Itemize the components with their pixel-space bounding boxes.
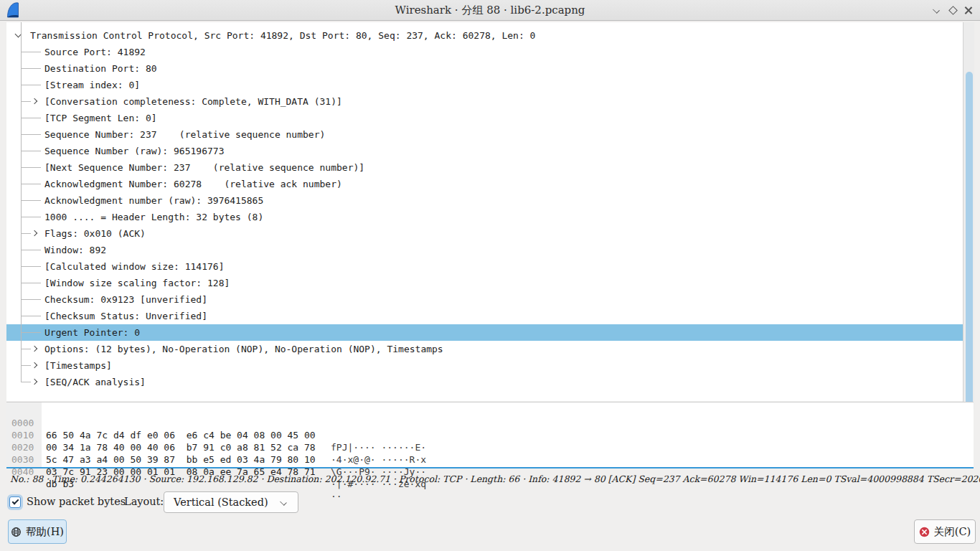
hex-dump-pane[interactable]: 0000 66 50 4a 7c d4 df e0 06 e6 c4 be 04… — [6, 402, 974, 467]
tree-row[interactable]: [Stream index: 0] — [6, 77, 963, 93]
show-packet-bytes-label[interactable]: Show packet bytes — [27, 496, 126, 507]
tree-row[interactable]: [SEQ/ACK analysis] — [6, 374, 963, 390]
expander-collapsed-icon[interactable] — [32, 379, 37, 385]
hex-row[interactable]: 0040 db b3 ·· — [6, 453, 974, 466]
help-button[interactable]: 帮助(H) — [8, 519, 67, 544]
tree-row-selected[interactable]: Urgent Pointer: 0 — [6, 324, 963, 341]
tree-row[interactable]: Sequence Number (raw): 965196773 — [6, 143, 963, 159]
tree-row[interactable]: Transmission Control Protocol, Src Port:… — [6, 27, 963, 44]
tree-row-label: [Checksum Status: Unverified] — [44, 308, 207, 324]
maximize-icon[interactable] — [948, 5, 959, 17]
checkmark-icon — [12, 498, 19, 505]
tree-row-label: [Timestamps] — [44, 357, 112, 374]
show-packet-bytes-checkbox[interactable] — [9, 496, 21, 508]
tree-row-label: [Conversation completeness: Complete, WI… — [44, 93, 342, 110]
tree-row-label: Destination Port: 80 — [44, 60, 157, 77]
close-window-icon[interactable] — [963, 5, 974, 17]
tree-row[interactable]: [Next Sequence Number: 237 (relative seq… — [6, 159, 963, 176]
tree-row-label: Sequence Number: 237 (relative sequence … — [44, 126, 325, 143]
layout-dropdown-value: Vertical (Stacked) — [174, 492, 268, 512]
close-button-label: 关闭(C) — [934, 525, 971, 539]
tree-row[interactable]: [Checksum Status: Unverified] — [6, 308, 963, 324]
tree-row-label: Options: (12 bytes), No-Operation (NOP),… — [44, 341, 443, 357]
scrollbar-thumb[interactable] — [966, 72, 973, 406]
tree-row[interactable]: [Conversation completeness: Complete, WI… — [6, 93, 963, 110]
tree-row[interactable]: 1000 .... = Header Length: 32 bytes (8) — [6, 209, 963, 225]
close-button[interactable]: 关闭(C) — [914, 519, 976, 544]
pane-separator — [6, 467, 974, 468]
tree-row-label: Acknowledgment number (raw): 3976415865 — [44, 192, 263, 209]
close-circle-icon — [919, 527, 930, 537]
tree-row[interactable]: Acknowledgment Number: 60278 (relative a… — [6, 176, 963, 192]
help-globe-icon — [11, 527, 22, 537]
hex-row[interactable]: 0020 5c 47 a3 a4 00 50 39 87 bb e5 ed 03… — [6, 429, 974, 441]
layout-dropdown[interactable]: Vertical (Stacked) — [164, 491, 298, 513]
expander-collapsed-icon[interactable] — [32, 230, 37, 236]
tree-row-label: Flags: 0x010 (ACK) — [44, 225, 146, 242]
tree-row-label: Urgent Pointer: 0 — [44, 324, 140, 341]
hex-row[interactable]: 0030 03 7c 91 23 00 00 01 01 08 0a ee 7a… — [6, 441, 974, 453]
expander-collapsed-icon[interactable] — [32, 346, 37, 352]
tree-row[interactable]: Options: (12 bytes), No-Operation (NOP),… — [6, 341, 963, 357]
tree-row-label: [Next Sequence Number: 237 (relative seq… — [44, 159, 364, 176]
tree-row-label: Window: 892 — [44, 242, 106, 258]
tree-row-label: [Stream index: 0] — [44, 77, 140, 93]
tree-row[interactable]: [TCP Segment Len: 0] — [6, 110, 963, 126]
tree-row[interactable]: Checksum: 0x9123 [unverified] — [6, 291, 963, 308]
packet-status-line: No.: 88 · Time: 0.244264130 · Source: 19… — [10, 474, 971, 484]
hex-row[interactable]: 0010 00 34 1a 78 40 00 40 06 b7 91 c0 a8… — [6, 417, 974, 429]
help-button-label: 帮助(H) — [26, 525, 64, 539]
tree-row-label: Source Port: 41892 — [44, 44, 146, 60]
title-bar: Wireshark · 分组 88 · lib6-2.pcapng — [0, 0, 980, 21]
expander-collapsed-icon[interactable] — [32, 98, 37, 104]
vertical-scrollbar[interactable] — [963, 22, 974, 410]
tree-row-label: [SEQ/ACK analysis] — [44, 374, 146, 390]
hex-ascii[interactable]: ·· — [331, 490, 342, 502]
tree-row-label: 1000 .... = Header Length: 32 bytes (8) — [44, 209, 263, 225]
tree-row[interactable]: Destination Port: 80 — [6, 60, 963, 77]
tree-row[interactable]: Sequence Number: 237 (relative sequence … — [6, 126, 963, 143]
tree-row[interactable]: [Timestamps] — [6, 357, 963, 374]
tree-row[interactable]: Flags: 0x010 (ACK) — [6, 225, 963, 242]
tree-row[interactable]: Source Port: 41892 — [6, 44, 963, 60]
tree-row[interactable]: [Window size scaling factor: 128] — [6, 275, 963, 291]
tree-row[interactable]: Acknowledgment number (raw): 3976415865 — [6, 192, 963, 209]
window-title: Wireshark · 分组 88 · lib6-2.pcapng — [0, 4, 980, 17]
expander-collapsed-icon[interactable] — [32, 362, 37, 368]
layout-label: Layout: — [124, 496, 164, 507]
tree-row-label: [TCP Segment Len: 0] — [44, 110, 157, 126]
chevron-down-icon — [280, 499, 287, 506]
tree-row-label: Transmission Control Protocol, Src Port:… — [30, 27, 535, 44]
tree-row-label: Checksum: 0x9123 [unverified] — [44, 291, 207, 308]
tree-row-label: Sequence Number (raw): 965196773 — [44, 143, 224, 159]
minimize-icon[interactable] — [931, 5, 943, 17]
tree-row[interactable]: Window: 892 — [6, 242, 963, 258]
tree-row-label: [Calculated window size: 114176] — [44, 258, 224, 275]
tree-rail-line — [21, 22, 22, 382]
tree-row-label: Acknowledgment Number: 60278 (relative a… — [44, 176, 342, 192]
hex-row[interactable]: 0000 66 50 4a 7c d4 df e0 06 e6 c4 be 04… — [6, 405, 974, 417]
tree-row[interactable]: [Calculated window size: 114176] — [6, 258, 963, 275]
packet-details-tree: Transmission Control Protocol, Src Port:… — [6, 22, 963, 401]
tree-row-label: [Window size scaling factor: 128] — [44, 275, 230, 291]
